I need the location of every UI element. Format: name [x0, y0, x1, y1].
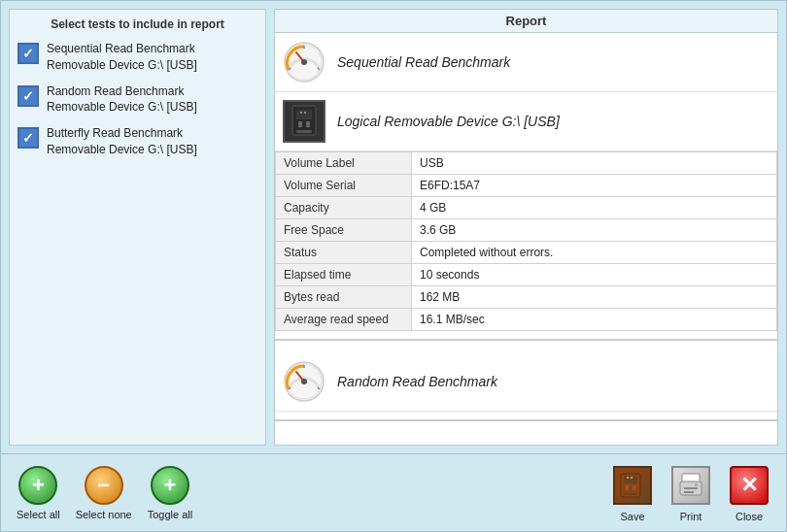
print-label: Print [680, 511, 702, 522]
toggle-all-button[interactable]: + Toggle all [148, 466, 192, 520]
row-value: 3.6 GB [412, 219, 777, 242]
svg-rect-10 [306, 121, 310, 127]
save-label: Save [620, 511, 644, 522]
close-button[interactable]: ✕ Close [728, 464, 770, 522]
svg-rect-30 [684, 487, 698, 489]
test-item-random[interactable]: Random Read Benchmark Removable Device G… [17, 83, 257, 116]
toggle-all-icon: + [151, 466, 189, 505]
row-value: 16.1 MB/sec [412, 309, 777, 331]
row-value: 4 GB [412, 197, 777, 219]
left-panel: Select tests to include in report Sequen… [9, 9, 266, 446]
row-label: Average read speed [276, 309, 412, 331]
row-value: E6FD:15A7 [412, 175, 777, 197]
row-label: Volume Serial [276, 175, 412, 197]
svg-rect-26 [631, 477, 633, 479]
row-value: 10 seconds [412, 264, 777, 286]
speedometer-icon-random [283, 360, 325, 403]
report-section-random: Random Read Benchmark [275, 352, 777, 421]
row-label: Free Space [276, 219, 412, 242]
test-label-random: Random Read Benchmark Removable Device G… [47, 83, 197, 116]
test-checkbox-random[interactable] [17, 85, 39, 107]
test-item-sequential[interactable]: Sequential Read Benchmark Removable Devi… [17, 41, 257, 74]
select-all-label: Select all [17, 509, 60, 520]
main-container: Select tests to include in report Sequen… [0, 0, 787, 532]
device-header-row: Logical Removable Device G:\ [USB] [275, 92, 777, 151]
right-panel: Report [274, 9, 778, 446]
table-row: Volume Serial E6FD:15A7 [276, 175, 777, 197]
sequential-benchmark-header: Sequential Read Benchmark [275, 33, 777, 92]
row-value: USB [412, 152, 777, 175]
select-none-icon: − [85, 466, 123, 505]
sequential-benchmark-title: Sequential Read Benchmark [337, 54, 510, 70]
test-label-sequential: Sequential Read Benchmark Removable Devi… [47, 41, 197, 74]
test-checkbox-butterfly[interactable] [17, 127, 39, 149]
close-icon: ✕ [728, 464, 770, 507]
bottom-bar: + Select all − Select none + Toggle all [1, 453, 786, 531]
row-label: Capacity [276, 197, 412, 219]
test-item-butterfly[interactable]: Butterfly Read Benchmark Removable Devic… [17, 125, 257, 158]
select-all-button[interactable]: + Select all [17, 466, 60, 520]
select-all-icon: + [18, 466, 57, 505]
speedometer-icon-sequential [283, 41, 325, 83]
print-icon [669, 464, 712, 507]
table-row: Volume Label USB [276, 152, 777, 175]
device-icon [283, 100, 325, 143]
bottom-right-buttons: Save Print [611, 464, 770, 522]
row-label: Elapsed time [276, 264, 412, 286]
table-row: Capacity 4 GB [276, 197, 777, 219]
row-value: 162 MB [412, 286, 777, 309]
toggle-all-label: Toggle all [148, 509, 192, 520]
close-label: Close [736, 511, 763, 522]
svg-rect-24 [633, 485, 635, 490]
svg-rect-25 [627, 477, 629, 479]
left-panel-title: Select tests to include in report [17, 17, 257, 31]
svg-rect-8 [296, 110, 312, 119]
svg-point-3 [301, 59, 307, 65]
report-table-sequential: Volume Label USB Volume Serial E6FD:15A7… [275, 151, 777, 331]
svg-rect-31 [684, 491, 694, 493]
row-label: Volume Label [276, 152, 412, 175]
random-benchmark-header: Random Read Benchmark [275, 352, 777, 412]
test-checkbox-sequential[interactable] [17, 43, 39, 64]
report-title: Report [275, 10, 777, 33]
svg-rect-27 [624, 493, 637, 495]
content-area: Select tests to include in report Sequen… [1, 1, 786, 453]
print-button[interactable]: Print [669, 464, 712, 522]
select-none-button[interactable]: − Select none [76, 466, 132, 520]
svg-rect-23 [626, 485, 629, 490]
row-label: Bytes read [276, 286, 412, 309]
svg-rect-9 [298, 121, 302, 127]
device-title: Logical Removable Device G:\ [USB] [337, 114, 560, 129]
select-none-label: Select none [76, 509, 132, 520]
save-button[interactable]: Save [611, 464, 654, 522]
svg-rect-13 [296, 130, 312, 133]
svg-rect-11 [300, 112, 302, 114]
row-value: Completed without errors. [412, 242, 777, 264]
table-row: Bytes read 162 MB [276, 286, 777, 309]
svg-point-17 [301, 379, 307, 384]
table-row: Status Completed without errors. [276, 242, 777, 264]
random-benchmark-title: Random Read Benchmark [337, 374, 497, 389]
table-row: Average read speed 16.1 MB/sec [276, 309, 777, 331]
report-scroll[interactable]: Sequential Read Benchmark [275, 33, 777, 445]
test-label-butterfly: Butterfly Read Benchmark Removable Devic… [47, 125, 197, 158]
table-row: Elapsed time 10 seconds [276, 264, 777, 286]
table-row: Free Space 3.6 GB [276, 219, 777, 242]
report-section-sequential: Sequential Read Benchmark [275, 33, 777, 341]
row-label: Status [276, 242, 412, 264]
svg-rect-12 [304, 112, 306, 114]
save-icon [611, 464, 654, 507]
bottom-left-buttons: + Select all − Select none + Toggle all [17, 466, 192, 520]
svg-rect-32 [695, 483, 698, 486]
